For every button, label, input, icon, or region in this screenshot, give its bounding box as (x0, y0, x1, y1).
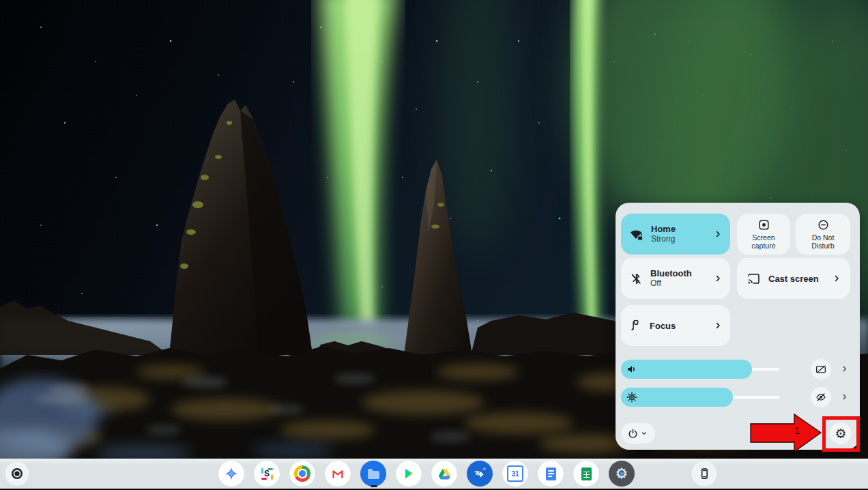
phone-hub-button[interactable] (691, 461, 717, 487)
play-store-icon (402, 467, 416, 480)
brightness-slider[interactable] (621, 388, 783, 407)
annotation-arrow (748, 412, 824, 455)
app-gemini-sparkle[interactable] (218, 461, 244, 487)
power-button[interactable] (621, 423, 655, 444)
cast-screen-tile[interactable]: Cast screen (737, 258, 850, 299)
eye-off-icon (815, 391, 827, 403)
do-not-disturb-label: Do Not Disturb (802, 233, 844, 250)
app-calendar[interactable]: 31 (502, 461, 528, 487)
phone-icon (697, 467, 711, 480)
network-strength: Strong (651, 234, 676, 244)
files-folder-icon (368, 471, 379, 479)
app-play-store[interactable] (396, 461, 422, 487)
captions-toggle-button[interactable] (811, 359, 831, 379)
files-running-indicator (371, 485, 377, 487)
audio-settings-chevron[interactable] (839, 364, 850, 377)
wifi-lock-icon (629, 227, 644, 242)
volume-slider[interactable] (621, 360, 783, 379)
screen-capture-label: Screen capture (742, 233, 785, 250)
annotation-highlight-box (822, 416, 860, 452)
launcher-button[interactable] (5, 461, 29, 486)
focus-icon (629, 319, 643, 332)
do-not-disturb-tile[interactable]: Do Not Disturb (796, 214, 850, 255)
drive-icon (437, 467, 452, 481)
display-settings-chevron[interactable] (839, 392, 850, 405)
gmail-icon (330, 466, 345, 481)
slack-icon: S (260, 467, 274, 481)
bluetooth-state: Off (650, 278, 692, 289)
launcher-icon (10, 466, 25, 481)
chevron-down-icon (639, 429, 649, 438)
gear-blue-center (620, 472, 624, 476)
speaker-icon (626, 363, 638, 375)
bluetooth-off-icon (629, 272, 643, 286)
bluetooth-tile[interactable]: Bluetooth Off (621, 258, 730, 299)
chevron-right-icon (712, 273, 723, 284)
app-gmail[interactable] (325, 461, 351, 487)
focus-tile[interactable]: Focus (621, 305, 730, 346)
cast-icon (747, 272, 761, 286)
captions-off-icon (815, 363, 827, 375)
brightness-row (621, 388, 854, 407)
bluetooth-label: Bluetooth (650, 268, 692, 278)
volume-row (621, 360, 854, 379)
app-sheets[interactable] (573, 461, 599, 487)
app-chrome[interactable] (289, 461, 315, 487)
app-drive[interactable] (431, 461, 457, 487)
network-tile[interactable]: Home Strong (621, 214, 730, 255)
power-icon (627, 428, 639, 439)
chrome-icon (294, 465, 310, 482)
network-name: Home (651, 224, 676, 234)
app-slack[interactable]: S (254, 461, 280, 487)
screen-capture-tile[interactable]: Screen capture (737, 214, 790, 255)
sparkle-icon (224, 466, 239, 481)
focus-label: Focus (650, 321, 676, 331)
triple-chevron-icon (472, 466, 487, 481)
app-arrows[interactable] (467, 461, 493, 487)
brightness-icon (626, 391, 638, 403)
docs-icon (546, 467, 556, 480)
eye-off-toggle-button[interactable] (811, 387, 831, 407)
chevron-right-icon (712, 229, 723, 240)
do-not-disturb-icon (817, 218, 830, 231)
calendar-icon: 31 (507, 465, 523, 482)
app-files[interactable] (360, 461, 386, 487)
sheets-icon (581, 467, 592, 480)
app-settings[interactable]: ⚙ (609, 461, 635, 487)
shelf: S (0, 459, 868, 489)
annotation-step-number: 1 (792, 424, 802, 436)
app-docs[interactable] (538, 461, 564, 487)
cast-screen-label: Cast screen (768, 274, 819, 284)
chevron-right-icon (831, 273, 842, 284)
screen-record-icon (757, 218, 770, 231)
chevron-right-icon (712, 320, 723, 331)
